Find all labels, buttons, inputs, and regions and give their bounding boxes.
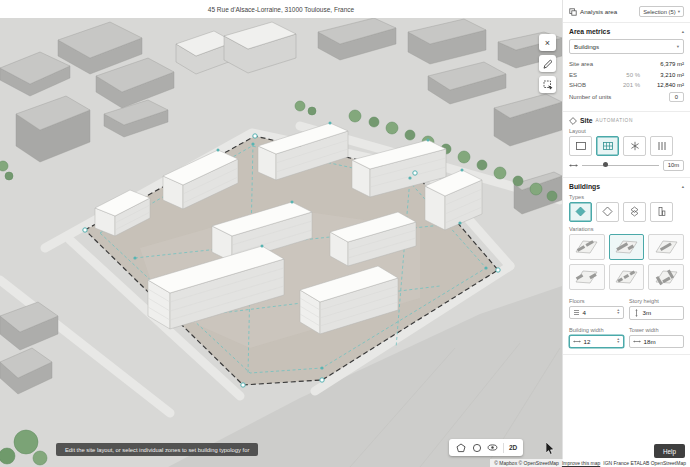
rows-icon: [656, 141, 668, 151]
layers-icon: [569, 8, 577, 16]
buildings-section: Buildings ▴ Types: [563, 178, 690, 355]
variation-option-6[interactable]: [648, 264, 684, 290]
metrics-category-dropdown[interactable]: Buildings ▾: [569, 39, 684, 54]
layout-options: [569, 136, 684, 156]
spacing-value[interactable]: 10m: [663, 160, 684, 171]
layout-label: Layout: [569, 128, 684, 134]
building-inputs: Floors 4 ▲ ▼: [569, 295, 684, 348]
draw-zone-button[interactable]: [455, 442, 466, 453]
type-option-block[interactable]: [569, 202, 592, 222]
chevron-down-icon: ▾: [677, 44, 679, 49]
metric-row-units: Number of units 0: [569, 90, 684, 104]
slider-handle[interactable]: [603, 162, 608, 167]
floors-stepper[interactable]: ▲ ▼: [616, 309, 620, 314]
right-panel: Analysis area Selection (5) ▾ Area metri…: [562, 0, 690, 467]
map-viewport[interactable]: [0, 18, 562, 467]
attribution-extra: IGN France ETALAB OpenStreetMap: [603, 460, 686, 466]
map-attribution: © Mapbox © OpenStreetMap Improve this ma…: [490, 459, 690, 467]
building-width-input[interactable]: 12 ▲ ▼: [569, 335, 624, 348]
tower-width-label: Tower width: [629, 327, 684, 333]
layout-option-rows[interactable]: [650, 136, 673, 156]
area-select-button[interactable]: [539, 76, 556, 93]
close-icon: ×: [545, 38, 550, 48]
horizontal-arrows-icon: [633, 338, 641, 345]
stacked-layers-icon: [629, 206, 640, 217]
site-automation-section: Site AUTOMATION Layout: [563, 112, 690, 178]
story-height-input[interactable]: 3m: [629, 306, 684, 320]
diamond-filled-icon: [575, 206, 586, 217]
variation-options: [569, 234, 684, 290]
draw-tool-button[interactable]: [539, 55, 556, 72]
building-width-stepper[interactable]: ▲ ▼: [616, 338, 620, 343]
site-address: 45 Rue d'Alsace-Lorraine, 31000 Toulouse…: [208, 6, 354, 13]
variation-option-5[interactable]: [609, 264, 645, 290]
area-metrics-section: Area metrics ▴ Buildings ▾ Site area 6,3…: [563, 23, 690, 112]
units-value[interactable]: 0: [669, 92, 684, 102]
variation-thumbnail: [653, 268, 680, 286]
type-option-stacked[interactable]: [623, 202, 646, 222]
tower-icon: [656, 206, 667, 217]
spacing-slider[interactable]: [582, 165, 659, 166]
square-outline-icon: [575, 141, 587, 151]
automation-tag: AUTOMATION: [595, 118, 633, 123]
mouse-cursor: [546, 441, 556, 459]
analysis-area-label: Analysis area: [580, 8, 636, 15]
variation-thumbnail: [653, 238, 680, 256]
tower-width-input[interactable]: 18m: [629, 335, 684, 348]
metric-row-shob: SHOB 201 % 12,840 m²: [569, 80, 684, 90]
metric-row-es: ES 50 % 3,210 m²: [569, 69, 684, 79]
layout-option-scatter[interactable]: [623, 136, 646, 156]
selection-dropdown[interactable]: Selection (5) ▾: [639, 6, 684, 17]
app-window: 45 Rue d'Alsace-Lorraine, 31000 Toulouse…: [0, 0, 690, 467]
viewport-tools: ×: [539, 34, 556, 93]
variation-thumbnail: [573, 268, 600, 286]
metric-row-site-area: Site area 6,379 m²: [569, 59, 684, 69]
collapse-icon[interactable]: ▴: [682, 29, 684, 34]
automation-icon: [569, 117, 577, 125]
variation-option-1[interactable]: [569, 234, 605, 260]
draw-toolbar: 2D: [449, 439, 523, 456]
layout-option-grid[interactable]: [596, 136, 619, 156]
chevron-down-icon: ▾: [678, 9, 680, 14]
2d-mode-button[interactable]: 2D: [509, 444, 517, 451]
variation-option-3[interactable]: [648, 234, 684, 260]
star-icon: [629, 141, 641, 151]
visibility-button[interactable]: [487, 442, 498, 453]
types-label: Types: [569, 194, 684, 200]
address-bar: 45 Rue d'Alsace-Lorraine, 31000 Toulouse…: [0, 0, 562, 18]
improve-map-link[interactable]: Improve this map: [562, 460, 600, 466]
stepper-down-icon[interactable]: ▼: [616, 341, 620, 344]
variation-option-4[interactable]: [569, 264, 605, 290]
variation-thumbnail: [613, 268, 640, 286]
floors-input[interactable]: 4 ▲ ▼: [569, 306, 624, 319]
horizontal-arrows-icon: [569, 162, 578, 169]
spacing-control: 10m: [569, 160, 684, 171]
attribution-text: © Mapbox © OpenStreetMap: [494, 460, 559, 466]
shape-tool-button[interactable]: [471, 442, 482, 453]
variations-label: Variations: [569, 226, 684, 232]
variation-thumbnail: [573, 238, 600, 256]
circle-icon: [472, 443, 482, 453]
floors-icon: [573, 309, 580, 316]
collapse-icon[interactable]: ▴: [682, 184, 684, 189]
stepper-down-icon[interactable]: ▼: [616, 312, 620, 315]
type-option-courtyard[interactable]: [596, 202, 619, 222]
area-select-icon: [543, 80, 553, 90]
eye-icon: [487, 443, 498, 452]
diamond-outline-icon: [602, 206, 613, 217]
floors-label: Floors: [569, 298, 624, 304]
variation-option-2[interactable]: [609, 234, 645, 260]
help-button[interactable]: Help: [654, 444, 685, 458]
layout-option-perimeter[interactable]: [569, 136, 592, 156]
area-metrics-title: Area metrics: [569, 28, 610, 35]
hint-toast: Edit the site layout, or select individu…: [56, 443, 258, 456]
buildings-title: Buildings: [569, 183, 600, 190]
map-3d-scene[interactable]: [0, 18, 562, 467]
story-height-label: Story height: [629, 298, 684, 304]
variation-thumbnail: [613, 238, 640, 256]
type-options: [569, 202, 684, 222]
building-width-label: Building width: [569, 327, 624, 333]
close-button[interactable]: ×: [539, 34, 556, 51]
type-option-tower[interactable]: [650, 202, 673, 222]
vertical-arrows-icon: [633, 309, 640, 317]
